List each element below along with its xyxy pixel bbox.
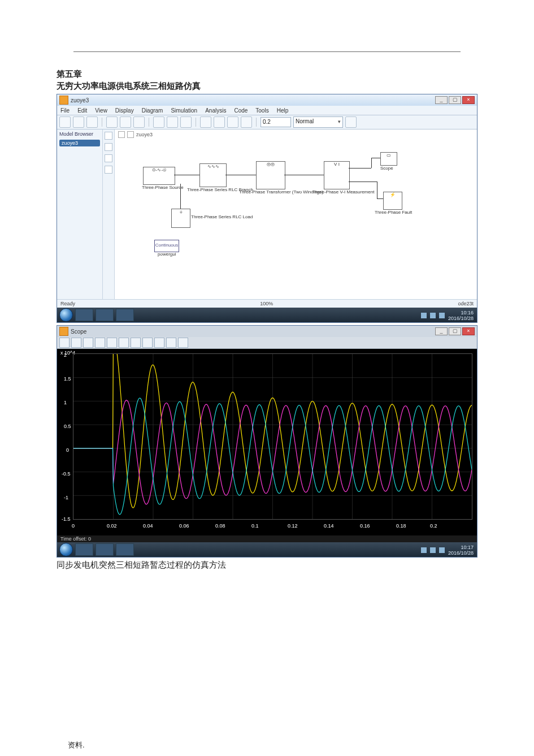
menu-file[interactable]: File — [60, 107, 70, 114]
tray-volume-icon[interactable] — [439, 313, 445, 318]
scope-window: Scope _ ▢ × x 10^4 2 1.5 1 0 — [57, 325, 477, 558]
menu-simulation[interactable]: Simulation — [171, 107, 197, 114]
model-browser-title: Model Browser — [57, 129, 102, 139]
transformer-block[interactable]: ◎◎ — [256, 161, 285, 189]
zoom-x-icon[interactable] — [95, 338, 105, 348]
save-button[interactable] — [73, 116, 84, 128]
hide-browser-icon[interactable] — [105, 132, 112, 140]
area-tool-icon[interactable] — [105, 154, 112, 162]
menu-diagram[interactable]: Diagram — [142, 107, 163, 114]
fast-restart-button[interactable] — [345, 116, 357, 128]
tray-flag-icon[interactable] — [421, 547, 427, 553]
forward-button[interactable] — [120, 116, 131, 128]
step-back-button[interactable] — [200, 116, 211, 128]
explorer-bar-icon[interactable] — [118, 131, 125, 138]
vi-measurement-block[interactable]: V I — [324, 161, 350, 189]
axes-frame — [73, 353, 472, 520]
print-button[interactable] — [86, 116, 98, 128]
close-button[interactable]: × — [462, 327, 475, 335]
signal-wire — [284, 175, 324, 175]
tray-network-icon[interactable] — [430, 313, 436, 318]
toolbar-separator — [196, 118, 196, 127]
save-data-icon[interactable] — [131, 338, 141, 348]
signal-wire — [371, 158, 372, 168]
scope-toolbar — [57, 337, 477, 349]
model-explorer-button[interactable] — [180, 116, 192, 128]
model-canvas[interactable]: zuoye3 ⊙-∿-⧀ Three-Phase Source ∿∿∿ Thre… — [115, 129, 477, 299]
step-forward-button[interactable] — [227, 116, 238, 128]
close-button[interactable]: × — [462, 96, 475, 104]
parameters-icon[interactable] — [71, 338, 81, 348]
print-icon[interactable] — [59, 338, 70, 348]
simulation-mode-select[interactable]: Normal — [293, 116, 343, 128]
section-heading-1: 无穷大功率电源供电系统三相短路仿真 — [57, 81, 477, 92]
tray-volume-icon[interactable] — [439, 547, 445, 553]
menu-analysis[interactable]: Analysis — [205, 107, 226, 114]
signal-wire — [349, 168, 371, 169]
image-tool-icon[interactable] — [105, 166, 112, 174]
breadcrumb-text[interactable]: zuoye3 — [136, 132, 153, 137]
app-icon — [59, 96, 68, 105]
floating-scope-icon[interactable] — [154, 338, 164, 348]
powergui-block[interactable]: Continuous — [154, 240, 179, 252]
three-phase-source-block[interactable]: ⊙-∿-⧀ — [143, 167, 175, 185]
new-model-button[interactable] — [59, 116, 71, 128]
block-label: Scope — [380, 166, 393, 171]
run-button[interactable] — [214, 116, 225, 128]
autoscale-icon[interactable] — [119, 338, 129, 348]
scope-titlebar[interactable]: Scope _ ▢ × — [57, 326, 477, 337]
grid-lines — [73, 354, 472, 519]
signal-wire — [349, 182, 377, 182]
signal-selection-icon[interactable] — [178, 338, 188, 348]
scope-plot-area[interactable]: x 10^4 2 1.5 1 0.5 0 -0.5 -1 -1.5 0 0.02… — [57, 349, 477, 535]
tray-flag-icon[interactable] — [421, 313, 427, 318]
block-label: Three-Phase V-I Measurement — [312, 189, 374, 195]
menu-edit[interactable]: Edit — [77, 107, 87, 114]
model-icon — [127, 131, 134, 138]
start-button[interactable] — [59, 308, 73, 322]
menu-help[interactable]: Help — [277, 107, 289, 114]
taskbar-explorer-icon[interactable] — [75, 309, 93, 321]
taskbar-clock[interactable]: 10:16 2016/10/28 — [448, 310, 474, 321]
lock-axes-icon[interactable] — [166, 338, 176, 348]
x-tick: 0.14 — [324, 523, 334, 529]
back-button[interactable] — [106, 116, 118, 128]
model-config-button[interactable] — [167, 116, 178, 128]
maximize-button[interactable]: ▢ — [449, 96, 461, 104]
model-browser-panel: Model Browser zuoye3 — [57, 129, 103, 299]
model-browser-node[interactable]: zuoye3 — [59, 140, 100, 146]
taskbar-word-icon[interactable] — [116, 309, 134, 321]
taskbar-word-icon[interactable] — [116, 543, 134, 556]
waveform-svg — [73, 354, 472, 519]
breadcrumb: zuoye3 — [118, 131, 153, 138]
three-phase-fault-block[interactable]: ⚡ — [383, 192, 402, 210]
tray-network-icon[interactable] — [430, 547, 436, 553]
maximize-button[interactable]: ▢ — [449, 327, 461, 335]
zoom-y-icon[interactable] — [107, 338, 117, 348]
rlc-load-block[interactable]: ⏚ — [171, 209, 190, 228]
menu-code[interactable]: Code — [234, 107, 248, 114]
library-browser-button[interactable] — [153, 116, 164, 128]
stop-time-field[interactable]: 0.2 — [261, 117, 291, 127]
taskbar-matlab-icon[interactable] — [95, 309, 114, 321]
scope-window-title: Scope — [71, 329, 86, 335]
start-button[interactable] — [59, 543, 73, 556]
toolbar-separator — [256, 118, 257, 127]
rlc-branch-block[interactable]: ∿∿∿ — [199, 163, 227, 187]
minimize-button[interactable]: _ — [435, 96, 448, 104]
stop-button[interactable] — [241, 116, 252, 128]
restore-axes-icon[interactable] — [142, 338, 153, 348]
menu-display[interactable]: Display — [115, 107, 134, 114]
taskbar-matlab-icon[interactable] — [95, 543, 114, 556]
taskbar-explorer-icon[interactable] — [75, 543, 93, 556]
up-button[interactable] — [133, 116, 145, 128]
taskbar-clock[interactable]: 10:17 2016/10/28 — [448, 545, 474, 556]
menu-view[interactable]: View — [95, 107, 107, 114]
menu-tools[interactable]: Tools — [255, 107, 268, 114]
scope-block[interactable]: ▭ — [380, 152, 397, 166]
zoom-icon[interactable] — [83, 338, 93, 348]
signal-wire — [371, 158, 380, 158]
minimize-button[interactable]: _ — [435, 327, 448, 335]
window-titlebar[interactable]: zuoye3 _ ▢ × — [57, 94, 477, 106]
annotation-tool-icon[interactable] — [105, 143, 112, 151]
